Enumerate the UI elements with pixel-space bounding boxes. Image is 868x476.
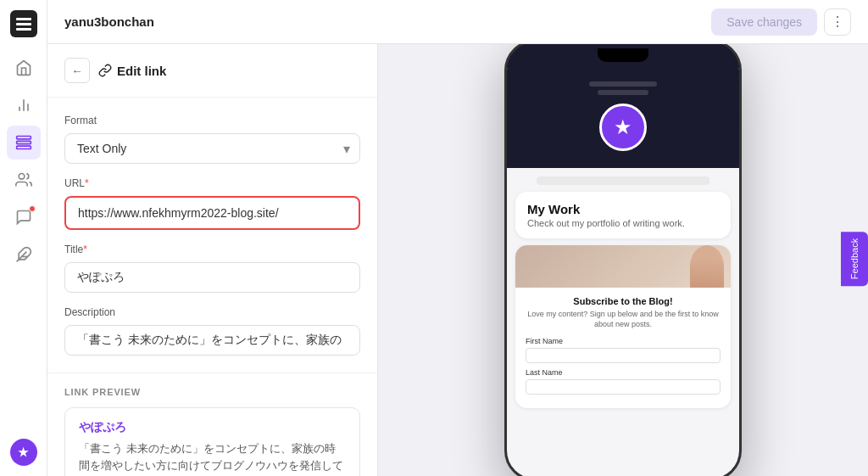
url-field-wrapper (64, 196, 360, 230)
phone-last-name-field (526, 379, 721, 395)
svg-rect-4 (16, 141, 31, 143)
left-panel: ← Edit link Format Text Only ▾ URL* (47, 44, 378, 476)
description-input[interactable] (64, 325, 360, 356)
phone-subscribe-body: Subscribe to the Blog! Love my content? … (515, 288, 731, 408)
avatar[interactable]: ★ (10, 439, 37, 466)
phone-subscribe-card: Subscribe to the Blog! Love my content? … (515, 245, 731, 408)
sidebar: ★ (0, 0, 47, 476)
link-icon (98, 64, 112, 77)
phone-subscribe-image (515, 245, 731, 288)
sidebar-item-links[interactable] (7, 126, 41, 160)
url-input[interactable] (78, 206, 347, 220)
content-area: ← Edit link Format Text Only ▾ URL* (47, 44, 868, 476)
phone-screen: ★ My Work Check out my portfolio of writ… (507, 68, 739, 477)
star-icon: ★ (614, 115, 632, 139)
preview-site-name: やぽぷろ (79, 420, 346, 435)
phone-last-name-label: Last Name (526, 368, 721, 377)
header-actions: Save changes ⋮ (711, 8, 851, 36)
phone-header-section: ★ (507, 68, 739, 168)
phone-bar-med (598, 90, 648, 95)
edit-link-label: Edit link (117, 64, 166, 78)
save-changes-button[interactable]: Save changes (711, 8, 817, 36)
phone-first-name-label: First Name (526, 337, 721, 345)
phone-card-desc: Check out my portfolio of writing work. (527, 218, 719, 228)
svg-rect-3 (16, 137, 31, 139)
sidebar-item-users[interactable] (7, 163, 41, 197)
phone-notch (598, 48, 648, 62)
phone-person-silhouette (690, 245, 724, 288)
phone-avatar: ★ (599, 104, 647, 151)
right-panel: ★ My Work Check out my portfolio of writ… (378, 44, 868, 476)
format-select-wrapper: Text Only ▾ (64, 133, 360, 164)
sidebar-item-home[interactable] (7, 51, 41, 85)
link-preview-card: やぽぷろ 「書こう 未来のために」をコンセプトに、家族の時間を増やしたい方に向け… (64, 407, 360, 476)
feedback-button[interactable]: Feedback (841, 231, 868, 285)
back-arrow-icon: ← (71, 64, 82, 77)
format-select[interactable]: Text Only (64, 133, 360, 164)
svg-rect-5 (16, 146, 31, 148)
phone-subscribe-title: Subscribe to the Blog! (526, 296, 721, 306)
main-area: yanu3bonchan Save changes ⋮ ← Edit link … (47, 0, 868, 476)
notification-dot (29, 205, 36, 212)
form-section: Format Text Only ▾ URL* Title* De (47, 98, 377, 369)
format-label: Format (64, 115, 360, 126)
phone-work-card: My Work Check out my portfolio of writin… (515, 192, 731, 238)
phone-subscribe-desc: Love my content? Sign up below and be th… (526, 309, 721, 330)
title-label: Title* (64, 244, 360, 255)
edit-link-title: Edit link (98, 64, 166, 78)
phone-bar-wide (589, 81, 657, 87)
phone-content: My Work Check out my portfolio of writin… (507, 168, 739, 417)
sidebar-item-plugins[interactable] (7, 238, 41, 272)
edit-link-header: ← Edit link (47, 44, 377, 98)
phone-card-title: My Work (527, 202, 719, 216)
preview-description: 「書こう 未来のために」をコンセプトに、家族の時間を増やしたい方に向けてブログノ… (79, 440, 346, 476)
more-options-button[interactable]: ⋮ (824, 8, 851, 36)
back-button[interactable]: ← (64, 58, 90, 83)
phone-header-bars (517, 81, 729, 95)
app-logo (10, 10, 37, 37)
phone-status-bar (507, 44, 739, 68)
link-preview-label: LINK PREVIEW (47, 387, 377, 397)
url-label: URL* (64, 177, 360, 189)
phone-mockup: ★ My Work Check out my portfolio of writ… (504, 44, 742, 476)
feedback-wrapper: Feedback (841, 231, 868, 288)
sidebar-item-messages[interactable] (7, 200, 41, 234)
divider (47, 372, 377, 373)
header-username: yanu3bonchan (64, 14, 154, 29)
sidebar-item-analytics[interactable] (7, 88, 41, 122)
header: yanu3bonchan Save changes ⋮ (47, 0, 868, 44)
phone-first-name-field (526, 348, 721, 363)
description-label: Description (64, 306, 360, 318)
svg-point-6 (19, 174, 25, 180)
title-input[interactable] (64, 262, 360, 293)
phone-blur-bar (537, 176, 709, 185)
